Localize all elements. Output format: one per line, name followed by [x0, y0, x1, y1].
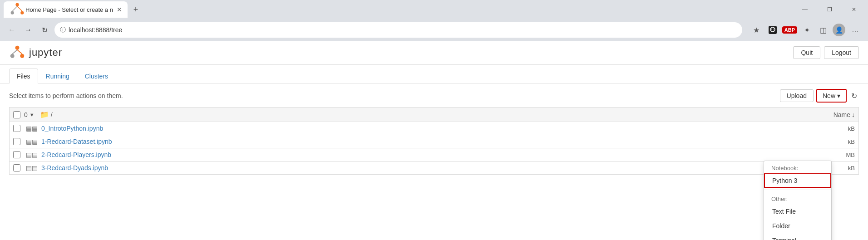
file-row: ▤▤ 2-Redcard-Players.ipynb MB [9, 148, 859, 162]
svg-point-8 [20, 54, 24, 58]
tab-files[interactable]: Files [9, 69, 38, 83]
upload-button[interactable]: Upload [780, 89, 814, 102]
new-button[interactable]: New ▾ [816, 89, 847, 103]
adblock-icon[interactable]: ABP [782, 26, 797, 34]
minimize-button[interactable]: — [794, 3, 815, 16]
file-actions-row: Select items to perform actions on them.… [9, 89, 859, 103]
file-browser: Select items to perform actions on them.… [0, 83, 868, 240]
close-button[interactable]: ✕ [843, 3, 864, 16]
refresh-button[interactable]: ↻ [849, 90, 859, 102]
nav-tabs: Files Running Clusters [0, 65, 868, 83]
maximize-button[interactable]: ❐ [819, 3, 840, 16]
item-count: 0 [24, 111, 28, 118]
tab-title: Home Page - Select or create a n [25, 6, 113, 13]
ghostery-icon[interactable] [766, 23, 779, 37]
svg-point-0 [15, 3, 19, 6]
browser-menu-button[interactable]: … [848, 24, 863, 36]
header-buttons: Quit Logout [793, 46, 859, 59]
file-size-2: MB [846, 152, 855, 158]
dropdown-divider [764, 190, 831, 190]
action-buttons: Upload New ▾ ↻ [780, 89, 859, 103]
notebook-section-label: Notebook: [764, 161, 831, 173]
file-link-0[interactable]: 0_IntrotoPython.ipynb [41, 125, 103, 132]
file-row: ▤▤ 1-Redcard-Dataset.ipynb kB [9, 135, 859, 148]
folder-path: / [51, 111, 53, 118]
file-link-1[interactable]: 1-Redcard-Dataset.ipynb [41, 138, 112, 145]
other-section-label: Other: [764, 192, 831, 204]
file-row: ▤▤ 0_IntrotoPython.ipynb kB [9, 122, 859, 135]
new-tab-button[interactable]: + [129, 3, 142, 16]
extensions-icon[interactable]: ✦ [800, 23, 814, 37]
select-info-text: Select items to perform actions on them. [9, 92, 123, 99]
file-size-0: kB [848, 125, 855, 132]
svg-point-5 [771, 29, 772, 29]
tab-favicon [9, 1, 25, 18]
profile-icon[interactable]: 👤 [833, 24, 845, 36]
file-checkbox-2[interactable] [13, 151, 20, 158]
file-checkbox-3[interactable] [13, 164, 20, 171]
file-link-2[interactable]: 2-Redcard-Players.ipynb [41, 151, 111, 158]
bookmark-icon[interactable]: ★ [750, 23, 763, 37]
notebook-icon-1: ▤▤ [26, 138, 38, 145]
forward-button[interactable]: → [22, 24, 35, 36]
svg-point-7 [15, 46, 20, 50]
file-size-3: kB [848, 165, 855, 171]
quit-button[interactable]: Quit [793, 46, 820, 59]
file-checkbox-1[interactable] [13, 138, 20, 145]
folder-icon: 📁 [40, 110, 49, 119]
terminal-option[interactable]: Terminal [764, 233, 831, 240]
browser-tab[interactable]: Home Page - Select or create a n ✕ [4, 1, 128, 18]
select-all-checkbox[interactable] [13, 111, 20, 118]
text-file-option[interactable]: Text File [764, 204, 831, 219]
address-bar[interactable]: ⓘ localhost:8888/tree [54, 22, 742, 38]
jupyter-logo-text: jupyter [29, 47, 62, 59]
python3-option[interactable]: Python 3 [764, 173, 831, 188]
svg-point-6 [773, 29, 774, 29]
logout-button[interactable]: Logout [824, 46, 859, 59]
tab-running[interactable]: Running [38, 69, 77, 83]
reload-button[interactable]: ↻ [38, 24, 51, 36]
svg-point-1 [20, 11, 24, 15]
item-count-dropdown[interactable]: ▼ [30, 112, 35, 118]
jupyter-logo: jupyter [9, 44, 62, 61]
svg-point-2 [11, 11, 14, 15]
url-text: localhost:8888/tree [69, 26, 737, 34]
notebook-icon-0: ▤▤ [26, 125, 38, 132]
new-dropdown-menu: Notebook: Python 3 Other: Text File Fold… [764, 161, 832, 240]
file-link-3[interactable]: 3-Redcard-Dyads.ipynb [41, 164, 108, 171]
notebook-icon-2: ▤▤ [26, 151, 38, 158]
file-row: ▤▤ 3-Redcard-Dyads.ipynb kB [9, 162, 859, 175]
jupyter-logo-icon [9, 44, 25, 61]
back-button[interactable]: ← [5, 24, 18, 36]
collections-icon[interactable]: ◫ [816, 23, 830, 37]
name-column-header[interactable]: Name ↓ [833, 111, 855, 118]
security-icon: ⓘ [60, 26, 66, 34]
svg-point-9 [10, 54, 15, 58]
file-checkbox-0[interactable] [13, 125, 20, 132]
jupyter-header: jupyter Quit Logout [0, 41, 868, 65]
tab-clusters[interactable]: Clusters [77, 69, 116, 83]
folder-option[interactable]: Folder [764, 219, 831, 233]
tab-close-button[interactable]: ✕ [117, 6, 122, 13]
file-size-1: kB [848, 138, 855, 145]
notebook-icon-3: ▤▤ [26, 164, 38, 171]
file-table-header: 0 ▼ 📁 / Name ↓ [9, 107, 859, 122]
